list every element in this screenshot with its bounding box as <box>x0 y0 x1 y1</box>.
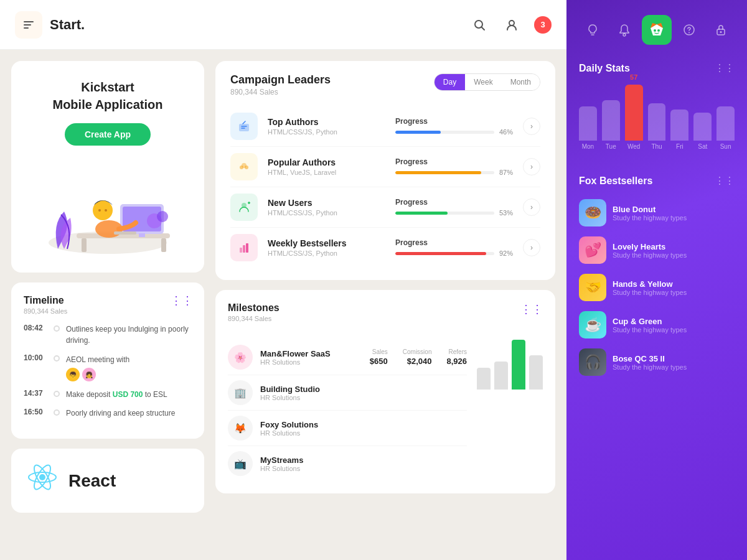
weekly-bestsellers-info: Weekly Bestsellers HTML/CSS/JS, Python <box>268 238 385 257</box>
chart-bar <box>477 368 491 390</box>
bar-wed: 57 Wed <box>625 73 643 150</box>
svg-rect-31 <box>240 248 242 253</box>
filter-day[interactable]: Day <box>435 74 465 90</box>
timeline-item: 14:37 Make deposit USD 700 to ESL <box>24 389 192 400</box>
chevron-right[interactable]: › <box>523 198 540 216</box>
chevron-right[interactable]: › <box>523 118 540 135</box>
bar-sun: Sun <box>716 99 735 150</box>
chevron-right[interactable]: › <box>523 158 540 175</box>
daily-stats-title: Daily Stats <box>579 63 630 74</box>
svg-rect-0 <box>24 21 34 22</box>
milestone-info: MyStreams HR Solutions <box>260 455 467 472</box>
timeline-item: 10:00 AEOL meeting with 👦 👧 <box>24 353 192 381</box>
bestseller-name: Bose QC 35 II <box>613 354 735 363</box>
progress-bar-wrap: 46% <box>395 128 513 136</box>
new-users-progress: Progress 53% <box>395 198 513 217</box>
weekly-bestsellers-tech: HTML/CSS/JS, Python <box>268 250 385 257</box>
notification-badge[interactable]: 3 <box>534 16 552 34</box>
bar-tue: Tue <box>602 93 620 150</box>
milestone-info: Foxy Solutions HR Solutions <box>260 420 467 437</box>
logo-text: Start. <box>50 17 85 33</box>
timeline-card: ⋮⋮ Timeline 890,344 Sales 08:42 Outlines… <box>11 282 204 439</box>
illustration <box>24 156 192 255</box>
milestone-info: Man&Flower SaaS HR Solutions <box>260 349 362 366</box>
progress-pct: 53% <box>499 209 513 217</box>
filter-tabs: Day Week Month <box>434 73 540 91</box>
create-app-button[interactable]: Create App <box>65 123 151 146</box>
campaign-row-weekly-bestsellers: Weekly Bestsellers HTML/CSS/JS, Python P… <box>230 228 540 268</box>
bestseller-blue-donut: 🍩 Blue Donut Study the highway types <box>579 194 735 231</box>
bestseller-thumb: 🍩 <box>579 199 606 226</box>
svg-point-35 <box>623 34 626 36</box>
milestone-name: Building Studio <box>260 385 467 394</box>
kickstart-card: Kickstart Mobile Application Create App <box>11 61 204 273</box>
chart-bar <box>529 355 543 390</box>
right-sidebar: Daily Stats ⋮⋮ Mon Tue 57 Wed <box>566 0 747 560</box>
progress-bar-fill <box>395 212 448 215</box>
timeline-menu[interactable]: ⋮⋮ <box>171 294 193 307</box>
popular-authors-tech: HTML, VueJS, Laravel <box>268 169 385 176</box>
chevron-right[interactable]: › <box>523 239 540 256</box>
milestones-menu[interactable]: ⋮⋮ <box>520 302 543 316</box>
user-icon[interactable] <box>502 15 522 35</box>
svg-point-16 <box>105 209 107 212</box>
stats-grid-icon[interactable]: ⋮⋮ <box>715 62 735 74</box>
app-icon-lock[interactable] <box>706 15 736 45</box>
bestseller-thumb: 🤝 <box>579 274 606 301</box>
svg-point-20 <box>39 474 45 480</box>
body-grid: Kickstart Mobile Application Create App <box>0 50 566 560</box>
top-authors-icon <box>230 113 258 140</box>
filter-week[interactable]: Week <box>465 74 501 90</box>
progress-label: Progress <box>395 157 513 166</box>
app-icons-row <box>566 0 747 52</box>
popular-authors-icon <box>230 153 258 180</box>
bestseller-lovely-hearts: 💕 Lovely Hearts Study the highway types <box>579 231 735 269</box>
milestone-sub: HR Solutions <box>260 465 467 472</box>
bestseller-thumb: ☕ <box>579 311 606 338</box>
stat-sales: Sales $650 <box>370 348 388 366</box>
progress-pct: 46% <box>499 128 513 136</box>
campaign-card: Campaign Leaders 890,344 Sales Day Week … <box>215 61 555 280</box>
svg-rect-8 <box>82 238 87 252</box>
app-icon-question[interactable] <box>674 15 704 45</box>
bestseller-info: Cup & Green Study the highway types <box>613 317 735 334</box>
progress-bar-wrap: 92% <box>395 250 513 257</box>
bestseller-name: Hands & Yellow <box>613 279 735 289</box>
fox-grid-icon[interactable]: ⋮⋮ <box>715 175 735 187</box>
top-authors-info: Top Authors HTML/CSS/JS, Python <box>268 117 385 136</box>
milestones-card: Milestones 890,344 Sales ⋮⋮ 🌸 Man&Flower… <box>215 290 555 493</box>
app-icon-lightbulb[interactable] <box>578 15 608 45</box>
bestseller-sub: Study the highway types <box>613 289 735 296</box>
milestone-sub: HR Solutions <box>260 429 467 437</box>
bestseller-info: Lovely Hearts Study the highway types <box>613 242 735 259</box>
progress-bar-fill <box>395 131 441 134</box>
search-icon[interactable] <box>469 15 489 35</box>
milestone-stats: Sales $650 Comission $2,040 Refers 8,926 <box>370 348 467 366</box>
campaign-title: Campaign Leaders <box>230 73 331 86</box>
milestone-info: Building Studio HR Solutions <box>260 385 467 401</box>
tl-time: 16:50 <box>24 408 47 416</box>
tl-text: Make deposit USD 700 to ESL <box>66 389 167 400</box>
app-icon-notification[interactable] <box>609 15 639 45</box>
bestseller-hands-yellow: 🤝 Hands & Yellow Study the highway types <box>579 269 735 306</box>
bar-chart: Mon Tue 57 Wed Thu Fri <box>579 82 735 150</box>
progress-pct: 92% <box>499 250 513 257</box>
new-users-info: New Users HTML/CSS/JS, Python <box>268 198 385 217</box>
top-authors-tech: HTML/CSS/JS, Python <box>268 128 385 136</box>
filter-month[interactable]: Month <box>502 74 540 90</box>
left-column: Kickstart Mobile Application Create App <box>11 61 204 549</box>
bestseller-cup-green: ☕ Cup & Green Study the highway types <box>579 306 735 343</box>
stat-refers: Refers 8,926 <box>446 348 467 366</box>
svg-point-27 <box>245 166 248 169</box>
svg-rect-2 <box>24 27 29 29</box>
progress-bar-bg <box>395 131 494 134</box>
timeline-item: 16:50 Poorly driving and keep structure <box>24 408 192 419</box>
progress-label: Progress <box>395 238 513 247</box>
react-label: React <box>68 471 116 491</box>
fox-bestsellers-header: Fox Bestsellers ⋮⋮ <box>579 175 735 187</box>
react-card: React <box>11 449 204 513</box>
tl-avatars: 👦 👧 <box>66 368 129 381</box>
progress-bar-fill <box>395 171 481 174</box>
new-users-name: New Users <box>268 198 385 208</box>
app-icon-fox[interactable] <box>642 15 672 45</box>
